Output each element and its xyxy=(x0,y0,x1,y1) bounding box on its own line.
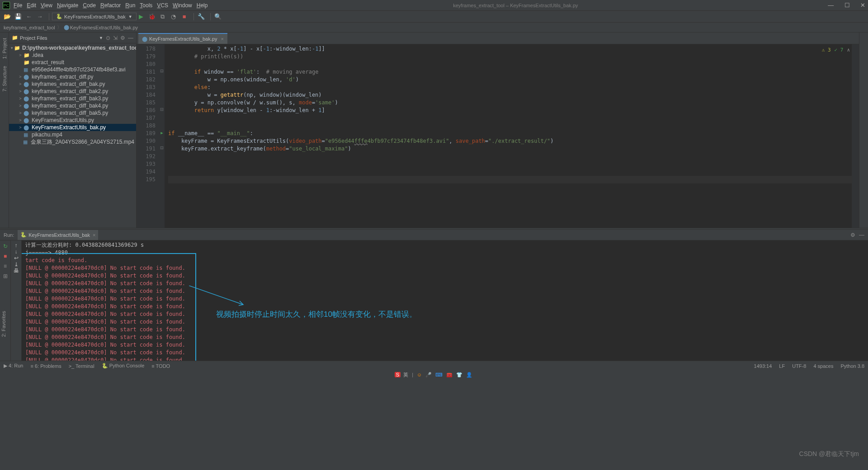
tree-item[interactable]: >⬤keyframes_extract_diff.py xyxy=(9,73,136,80)
scroll-end-icon[interactable]: ⤓ xyxy=(14,261,19,268)
status-tool-pythonconsole[interactable]: 🐍 Python Console xyxy=(102,363,145,369)
tree-item[interactable]: >📁.idea xyxy=(9,52,136,59)
ok-count[interactable]: ✓ 7 xyxy=(835,46,844,54)
status-info[interactable]: 1493:14 xyxy=(754,363,772,369)
editor-tab-label: KeyFramesExtractUtils_bak.py xyxy=(149,36,217,42)
menu-help[interactable]: Help xyxy=(197,2,208,9)
ime-emoji-icon[interactable]: ☺ xyxy=(416,372,423,377)
ime-mic-icon[interactable]: 🎤 xyxy=(425,372,433,378)
profile-button[interactable]: ◔ xyxy=(169,12,178,21)
inspection-hints[interactable]: ⚠ 3 ✓ 7 ∧ xyxy=(822,46,850,54)
tree-item[interactable]: >⬤keyframes_extract_diff_bak3.py xyxy=(9,95,136,102)
code-editor[interactable]: 1781791801811821831841851861871881891901… xyxy=(137,44,859,228)
wrap-icon[interactable]: ↩ xyxy=(14,255,19,261)
project-pane-title[interactable]: Project Files xyxy=(20,35,97,41)
forward-icon[interactable]: → xyxy=(35,12,44,21)
tool-tab-favorites[interactable]: 2: Favorites xyxy=(1,311,6,337)
console-line: [NULL @ 00000224e8470dc0] No start code … xyxy=(25,264,864,272)
tree-item[interactable]: ▦金泉三路_2A04YS2866_2A04YS2715.mp4 xyxy=(9,138,136,146)
tree-root[interactable]: ▾📁D:\python-workspace\keyframes_extract_… xyxy=(9,44,136,52)
search-icon[interactable]: 🔍 xyxy=(213,12,222,21)
settings-icon[interactable]: 🔧 xyxy=(197,12,206,21)
hide-icon[interactable]: — xyxy=(128,35,133,41)
run-configuration-selector[interactable]: 🐍 KeyFramesExtractUtils_bak ▼ xyxy=(52,13,137,20)
tree-item[interactable]: 📁extract_result xyxy=(9,59,136,66)
svg-line-0 xyxy=(189,286,243,305)
menu-file[interactable]: File xyxy=(14,2,22,9)
fold-gutter[interactable]: ⊟⊟▶⊟ xyxy=(159,44,165,228)
stop-icon[interactable]: ■ xyxy=(1,252,9,260)
code-content[interactable]: x, 2 * x[-1] - x[-1:-window_len:-1]] # p… xyxy=(165,44,852,228)
status-info[interactable]: Python 3.8 xyxy=(840,363,864,369)
project-tree[interactable]: ▾📁D:\python-workspace\keyframes_extract_… xyxy=(9,43,136,228)
tree-item[interactable]: ▦pikachu.mp4 xyxy=(9,131,136,138)
status-tool-terminal[interactable]: >_ Terminal xyxy=(69,363,94,369)
stop-button[interactable]: ■ xyxy=(180,12,189,21)
rerun-icon[interactable]: ↻ xyxy=(1,242,9,250)
ime-skin-icon[interactable]: 👕 xyxy=(455,372,463,378)
tree-item[interactable]: >⬤keyframes_extract_diff_bak.py xyxy=(9,80,136,88)
menu-refactor[interactable]: Refactor xyxy=(100,2,121,9)
ime-user-icon[interactable]: 👤 xyxy=(465,372,473,378)
status-tool-todo[interactable]: ≡ TODO xyxy=(151,363,170,369)
close-icon[interactable]: × xyxy=(93,232,95,238)
minimize-button[interactable]: — xyxy=(828,2,834,9)
tool-tab-project[interactable]: 1: Project xyxy=(2,38,7,59)
open-icon[interactable]: 📂 xyxy=(3,12,12,21)
tree-item[interactable]: >⬤keyframes_extract_diff_bak4.py xyxy=(9,102,136,109)
ime-lang[interactable]: 英 xyxy=(402,371,409,378)
print-icon[interactable]: 🖶 xyxy=(14,268,19,274)
back-icon[interactable]: ← xyxy=(24,12,33,21)
up-icon[interactable]: ↑ xyxy=(15,242,18,249)
tree-item[interactable]: >⬤KeyFramesExtractUtils_bak.py xyxy=(9,124,136,131)
menu-edit[interactable]: Edit xyxy=(27,2,36,9)
status-info[interactable]: 4 spaces xyxy=(813,363,833,369)
status-info[interactable]: LF xyxy=(779,363,785,369)
close-button[interactable]: ✕ xyxy=(860,2,865,9)
tree-item[interactable]: >⬤KeyFramesExtractUtils.py xyxy=(9,117,136,124)
menu-view[interactable]: View xyxy=(41,2,52,9)
menu-vcs[interactable]: VCS xyxy=(157,2,168,9)
editor-tab-active[interactable]: ⬤ KeyFramesExtractUtils_bak.py × xyxy=(138,33,227,44)
status-tool-run[interactable]: ▶ 4: Run xyxy=(4,363,23,369)
ime-logo-icon[interactable]: S xyxy=(395,372,401,377)
close-tab-icon[interactable]: × xyxy=(221,36,223,42)
title-bar: PC FileEditViewNavigateCodeRefactorRunTo… xyxy=(0,0,868,11)
editor-error-stripe[interactable] xyxy=(852,44,859,228)
breadcrumb-root[interactable]: keyframes_extract_tool xyxy=(4,25,55,30)
debug-button[interactable]: 🐞 xyxy=(147,12,156,21)
console-output[interactable]: 计算一次差分耗时: 0.04388260841369629 sj======> … xyxy=(22,240,868,361)
pause-icon[interactable]: ≡ xyxy=(1,262,9,270)
save-icon[interactable]: 💾 xyxy=(14,12,23,21)
ime-toolbox-icon[interactable]: 🧰 xyxy=(445,372,453,378)
menu-code[interactable]: Code xyxy=(83,2,96,9)
scroll-up-icon[interactable]: ∧ xyxy=(847,46,850,54)
console-line: [NULL @ 00000224e8470dc0] No start code … xyxy=(25,334,864,341)
tool-tab-structure[interactable]: 7: Structure xyxy=(2,66,7,92)
warnings-count[interactable]: ⚠ 3 xyxy=(822,46,831,54)
breadcrumb-file[interactable]: KeyFramesExtractUtils_bak.py xyxy=(70,25,138,30)
menu-navigate[interactable]: Navigate xyxy=(57,2,78,9)
tree-item[interactable]: ▦e956ed44fffe4bfb97cf23474fb48ef3.avi xyxy=(9,66,136,73)
run-button[interactable]: ▶ xyxy=(137,12,146,21)
chevron-down-icon[interactable]: ▼ xyxy=(99,36,103,40)
status-tool-problems[interactable]: ≡ 6: Problems xyxy=(30,363,61,369)
menu-window[interactable]: Window xyxy=(173,2,192,9)
run-config-name: KeyFramesExtractUtils_bak xyxy=(64,14,126,19)
select-opened-icon[interactable]: ⊙ xyxy=(106,35,110,41)
expand-all-icon[interactable]: ⇲ xyxy=(113,35,118,41)
ime-keyboard-icon[interactable]: ⌨ xyxy=(434,372,443,378)
hide-icon[interactable]: — xyxy=(859,232,864,238)
tree-item[interactable]: >⬤keyframes_extract_diff_bak2.py xyxy=(9,88,136,95)
settings-icon[interactable]: ⚙ xyxy=(120,35,125,41)
maximize-button[interactable]: ☐ xyxy=(844,2,850,9)
menu-run[interactable]: Run xyxy=(125,2,135,9)
run-panel-tab[interactable]: 🐍 KeyFramesExtractUtils_bak × xyxy=(18,230,98,240)
run-coverage-button[interactable]: ⧉ xyxy=(158,12,167,21)
down-icon[interactable]: ↓ xyxy=(15,249,18,255)
settings-icon[interactable]: ⚙ xyxy=(850,232,855,238)
status-info[interactable]: UTF-8 xyxy=(792,363,806,369)
layout-icon[interactable]: ⊞ xyxy=(1,272,9,280)
tree-item[interactable]: >⬤keyframes_extract_diff_bak5.py xyxy=(9,109,136,117)
menu-tools[interactable]: Tools xyxy=(140,2,152,9)
